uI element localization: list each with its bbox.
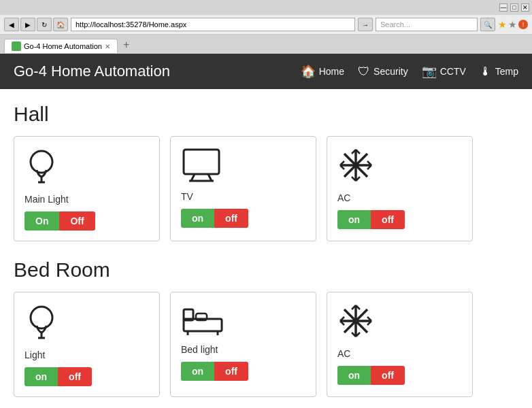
- tv-label: TV: [181, 191, 193, 202]
- close-button[interactable]: ✕: [521, 3, 529, 12]
- tv-toggle: on off: [181, 209, 248, 228]
- nav-home[interactable]: 🏠 Home: [301, 64, 344, 79]
- nav-home-label: Home: [319, 66, 344, 77]
- home-nav-icon: 🏠: [301, 64, 316, 79]
- active-tab[interactable]: Go-4 Home Automation ✕: [4, 39, 118, 53]
- bedlight-toggle: on off: [181, 362, 248, 381]
- bookmarks-area: ★ ★ !: [498, 19, 528, 30]
- back-button[interactable]: ◀: [4, 18, 19, 31]
- bedroom-ac-toggle: on off: [337, 366, 405, 385]
- new-tab-button[interactable]: +: [119, 37, 133, 53]
- bedroom-ac-label: AC: [337, 348, 350, 359]
- bedroom-light-toggle: on off: [24, 367, 92, 386]
- bedroom-section-title: Bed Room: [14, 258, 518, 282]
- hall-ac-off-button[interactable]: off: [371, 210, 405, 229]
- svg-point-1: [31, 151, 52, 173]
- hall-section-title: Hall: [14, 103, 518, 126]
- hall-tv-card: TV on off: [170, 136, 316, 241]
- app-title: Go-4 Home Automation: [14, 63, 170, 80]
- main-light-icon: [24, 147, 59, 190]
- browser-titlebar: — □ ✕: [0, 0, 532, 15]
- hall-ac-icon: [337, 147, 374, 189]
- forward-button[interactable]: ▶: [20, 18, 35, 31]
- bedroom-bedlight-card: Bed light on off: [170, 292, 316, 397]
- main-light-toggle: On Off: [24, 211, 95, 231]
- bedroom-ac-on-button[interactable]: on: [337, 366, 371, 385]
- bedlight-label: Bed light: [181, 344, 218, 355]
- address-bar[interactable]: http://localhost:35278/Home.aspx: [71, 18, 355, 31]
- svg-point-20: [31, 307, 52, 328]
- app-header: Go-4 Home Automation 🏠 Home 🛡 Security 📷…: [0, 54, 532, 89]
- tab-label: Go-4 Home Automation: [24, 42, 102, 50]
- nav-security[interactable]: 🛡 Security: [358, 65, 408, 79]
- browser-badge: !: [518, 20, 528, 29]
- bedlight-off-button[interactable]: off: [214, 362, 248, 381]
- main-light-off-button[interactable]: Off: [59, 211, 95, 231]
- bedroom-light-label: Light: [24, 350, 45, 360]
- bedroom-light-off-button[interactable]: off: [58, 367, 92, 386]
- home-nav-button[interactable]: 🏠: [53, 18, 68, 31]
- nav-security-label: Security: [373, 66, 408, 77]
- main-nav: 🏠 Home 🛡 Security 📷 CCTV 🌡 Temp: [301, 64, 518, 79]
- tv-on-button[interactable]: on: [181, 209, 214, 228]
- hall-ac-on-button[interactable]: on: [337, 210, 371, 229]
- refresh-button[interactable]: ↻: [37, 18, 52, 31]
- hall-ac-card: AC on off: [327, 136, 473, 241]
- bedroom-light-card: Light on off: [14, 292, 160, 397]
- hall-ac-toggle: on off: [337, 210, 405, 229]
- hall-ac-label: AC: [337, 192, 350, 203]
- svg-rect-0: [13, 43, 20, 50]
- minimize-button[interactable]: —: [499, 3, 508, 12]
- security-nav-icon: 🛡: [358, 65, 370, 79]
- cctv-nav-icon: 📷: [422, 64, 437, 79]
- bedroom-ac-off-button[interactable]: off: [371, 366, 405, 385]
- nav-temp[interactable]: 🌡 Temp: [480, 65, 518, 79]
- tv-off-button[interactable]: off: [214, 209, 248, 228]
- main-content: Hall Main Light On Off: [0, 89, 532, 408]
- browser-tabs: Go-4 Home Automation ✕ +: [0, 35, 532, 53]
- main-light-label: Main Light: [24, 194, 69, 205]
- svg-rect-4: [184, 150, 219, 174]
- bedroom-ac-card: AC on off: [327, 292, 473, 397]
- nav-temp-label: Temp: [495, 66, 518, 77]
- bedroom-ac-icon: [337, 303, 374, 345]
- url-text: http://localhost:35278/Home.aspx: [76, 20, 186, 29]
- temp-nav-icon: 🌡: [480, 65, 492, 79]
- search-placeholder: Search...: [380, 20, 410, 29]
- star-icon-1: ★: [498, 19, 507, 30]
- browser-toolbar: ◀ ▶ ↻ 🏠 http://localhost:35278/Home.aspx…: [0, 15, 532, 35]
- star-icon-2: ★: [508, 19, 517, 30]
- nav-cctv-label: CCTV: [440, 66, 466, 77]
- search-button[interactable]: 🔍: [480, 18, 495, 31]
- bedroom-light-on-button[interactable]: on: [24, 367, 58, 386]
- bedroom-light-icon: [24, 303, 59, 346]
- tab-favicon: [12, 41, 21, 51]
- hall-cards-row: Main Light On Off TV on off: [14, 136, 518, 241]
- bed-icon: [181, 303, 225, 341]
- tv-icon: [181, 147, 222, 188]
- restore-button[interactable]: □: [510, 3, 518, 12]
- search-bar[interactable]: Search...: [376, 18, 478, 31]
- bedroom-cards-row: Light on off Bed light: [14, 292, 518, 397]
- main-light-on-button[interactable]: On: [24, 211, 59, 231]
- bedlight-on-button[interactable]: on: [181, 362, 214, 381]
- go-button[interactable]: →: [358, 18, 373, 31]
- nav-cctv[interactable]: 📷 CCTV: [422, 64, 466, 79]
- hall-main-light-card: Main Light On Off: [14, 136, 160, 241]
- tab-close-button[interactable]: ✕: [105, 43, 110, 50]
- browser-chrome: — □ ✕ ◀ ▶ ↻ 🏠 http://localhost:35278/Hom…: [0, 0, 532, 54]
